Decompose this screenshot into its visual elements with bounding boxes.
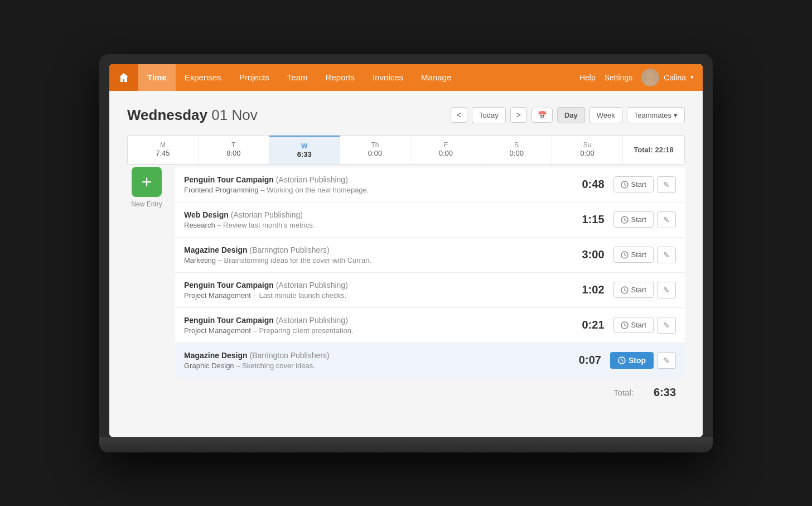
settings-link[interactable]: Settings [605, 73, 633, 82]
calendar-button[interactable]: 📅 [531, 108, 553, 123]
edit-button[interactable]: ✎ [657, 352, 676, 369]
week-total: Total: 22:18 [623, 136, 684, 164]
svg-point-1 [645, 80, 656, 85]
entry-actions: Start ✎ [613, 247, 676, 263]
table-row: Web Design (Astorian Publishing) Researc… [175, 203, 685, 238]
entries-section: + New Entry Penguin Tour Campaign (Astor… [127, 167, 685, 407]
entry-time: 1:15 [571, 213, 605, 226]
today-button[interactable]: Today [472, 107, 506, 123]
start-button[interactable]: Start [613, 247, 654, 263]
add-icon: + [132, 167, 162, 197]
clock-icon [621, 251, 629, 259]
nav-items: Time Expenses Projects Team Reports Invo… [138, 64, 571, 91]
nav-invoices[interactable]: Invoices [364, 64, 412, 91]
cal-day-sat[interactable]: S 0:00 [481, 136, 552, 164]
svg-line-7 [625, 220, 626, 221]
table-row: Magazine Design (Barrington Publishers) … [175, 343, 685, 378]
clock-icon [621, 181, 629, 189]
nav-reports[interactable]: Reports [317, 64, 364, 91]
teammates-button[interactable]: Teammates ▾ [627, 107, 685, 123]
entry-info: Magazine Design (Barrington Publishers) … [184, 245, 571, 264]
cal-day-thu[interactable]: Th 0:00 [340, 136, 411, 164]
table-row: Magazine Design (Barrington Publishers) … [175, 238, 685, 273]
table-row: Penguin Tour Campaign (Astorian Publishi… [175, 167, 685, 203]
total-label: Total: [613, 388, 634, 397]
entry-info: Penguin Tour Campaign (Astorian Publishi… [184, 316, 571, 335]
nav-projects[interactable]: Projects [230, 64, 278, 91]
entry-project: Penguin Tour Campaign (Astorian Publishi… [184, 175, 571, 184]
laptop-screen: Time Expenses Projects Team Reports Invo… [109, 64, 703, 437]
user-name: Calina [664, 73, 686, 82]
edit-button[interactable]: ✎ [657, 211, 676, 228]
entry-project: Web Design (Astorian Publishing) [184, 210, 571, 219]
week-view-button[interactable]: Week [589, 107, 622, 123]
next-button[interactable]: > [510, 107, 527, 123]
new-entry-button[interactable]: + New Entry [127, 167, 166, 407]
page-title: Wednesday 01 Nov [127, 107, 258, 124]
start-button[interactable]: Start [613, 317, 654, 333]
entry-info: Penguin Tour Campaign (Astorian Publishi… [184, 281, 571, 300]
entry-project: Magazine Design (Barrington Publishers) [184, 351, 568, 360]
clock-icon [618, 356, 626, 364]
laptop-wrapper: Time Expenses Projects Team Reports Invo… [99, 54, 713, 452]
clock-icon [621, 321, 629, 329]
date-header: Wednesday 01 Nov < Today > 📅 Day Week Te… [127, 107, 685, 124]
nav-manage[interactable]: Manage [412, 64, 460, 91]
entry-actions: Start ✎ [613, 317, 676, 334]
entry-info: Magazine Design (Barrington Publishers) … [184, 351, 568, 370]
svg-line-13 [625, 290, 626, 291]
entry-info: Web Design (Astorian Publishing) Researc… [184, 210, 571, 229]
svg-line-10 [625, 255, 626, 256]
entry-actions: Stop ✎ [610, 352, 676, 369]
entry-time: 0:21 [571, 319, 605, 331]
cal-day-mon[interactable]: M 7:45 [128, 136, 199, 164]
entry-project: Penguin Tour Campaign (Astorian Publishi… [184, 316, 571, 325]
entry-actions: Start ✎ [613, 282, 676, 298]
entry-description: Frontend Programming – Working on the ne… [184, 186, 571, 194]
user-menu[interactable]: Calina ▾ [641, 69, 694, 86]
start-button[interactable]: Start [613, 211, 654, 228]
stop-button[interactable]: Stop [610, 352, 654, 369]
nav-time[interactable]: Time [138, 64, 176, 91]
svg-line-19 [622, 360, 624, 362]
cal-day-tue[interactable]: T 8:00 [199, 136, 269, 164]
entry-time: 0:07 [568, 354, 601, 367]
entry-project: Penguin Tour Campaign (Astorian Publishi… [184, 281, 571, 290]
edit-button[interactable]: ✎ [657, 282, 676, 298]
main-content: Wednesday 01 Nov < Today > 📅 Day Week Te… [109, 91, 703, 437]
svg-line-4 [625, 185, 626, 186]
entry-description: Project Management – Preparing client pr… [184, 326, 571, 335]
edit-button[interactable]: ✎ [657, 247, 676, 263]
clock-icon [621, 286, 629, 294]
cal-day-fri[interactable]: F 0:00 [410, 136, 481, 164]
entry-description: Graphic Design – Sketching cover ideas. [184, 362, 568, 370]
entry-description: Research – Review last month's metrics. [184, 221, 571, 229]
day-view-button[interactable]: Day [557, 107, 585, 123]
entry-time: 3:00 [571, 248, 605, 261]
entry-actions: Start ✎ [613, 176, 676, 193]
cal-day-wed[interactable]: W 6:33 [269, 136, 340, 164]
calendar-week-grid: M 7:45 T 8:00 W 6:33 Th 0:00 F 0:00 [127, 135, 685, 165]
start-button[interactable]: Start [613, 282, 654, 298]
prev-button[interactable]: < [451, 107, 467, 123]
total-value: 6:33 [642, 386, 676, 399]
nav-right: Help Settings Calina ▾ [571, 64, 703, 91]
laptop-base [99, 437, 713, 452]
chevron-down-icon: ▾ [674, 111, 678, 119]
edit-button[interactable]: ✎ [657, 176, 676, 193]
svg-point-0 [647, 72, 654, 79]
edit-button[interactable]: ✎ [657, 317, 676, 334]
nav-team[interactable]: Team [278, 64, 317, 91]
entry-description: Marketing – Brainstorming ideas for the … [184, 256, 571, 264]
start-button[interactable]: Start [613, 176, 654, 192]
nav-expenses[interactable]: Expenses [176, 64, 230, 91]
entry-time: 1:02 [571, 283, 605, 296]
entry-info: Penguin Tour Campaign (Astorian Publishi… [184, 175, 571, 194]
cal-day-sun[interactable]: Su 0:00 [552, 136, 623, 164]
new-entry-label: New Entry [131, 200, 162, 208]
help-link[interactable]: Help [579, 73, 596, 82]
top-navigation: Time Expenses Projects Team Reports Invo… [109, 64, 703, 91]
chevron-down-icon: ▾ [690, 74, 694, 81]
home-button[interactable] [109, 64, 138, 91]
entry-time: 0:48 [571, 178, 605, 191]
